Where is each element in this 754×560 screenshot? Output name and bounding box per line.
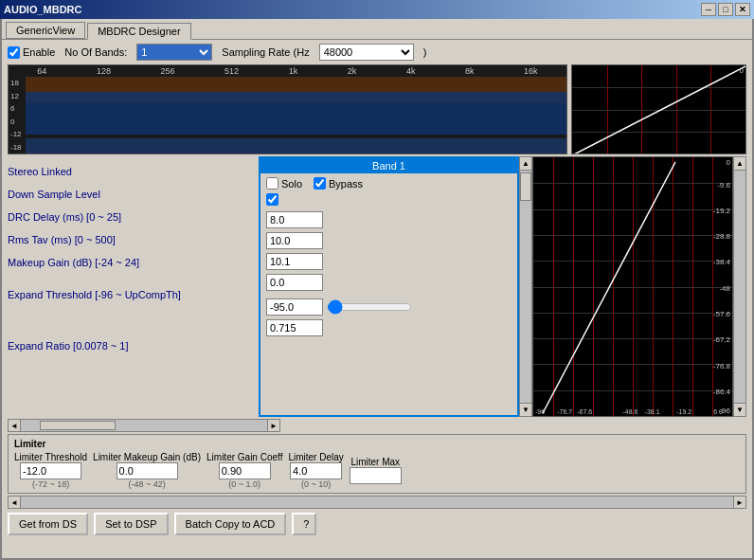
right-chart-small: 0 <box>571 64 746 154</box>
expand-threshold-input[interactable]: -95.0 <box>266 298 323 316</box>
chart-v-scrollbar[interactable]: ▲ ▼ <box>733 156 746 417</box>
down-sample-row: 8.0 <box>266 211 512 228</box>
drc-delay-label: DRC Delay (ms) [0 ~ 25] <box>8 211 121 223</box>
limiter-threshold-group: Limiter Threshold (-72 ~ 18) <box>14 452 87 489</box>
spectrum-viz <box>26 77 566 154</box>
chart-y-67: -67.2 <box>713 335 730 344</box>
rms-tav-row: 10.1 <box>266 253 512 270</box>
h-scroll-track <box>21 419 267 432</box>
close-button[interactable]: ✕ <box>735 3 750 16</box>
expand-threshold-label: Expand Threshold [-96 ~ UpCompTh] <box>8 289 181 300</box>
left-labels-panel: Stereo Linked Down Sample Level DRC Dela… <box>8 156 259 417</box>
down-sample-label-row: Down Sample Level <box>8 183 259 206</box>
limiter-makeup-input[interactable] <box>117 462 178 479</box>
enable-checkbox-label[interactable]: Enable <box>8 46 55 59</box>
chart-y-48: -48 <box>719 284 730 293</box>
solo-label[interactable]: Solo <box>266 177 302 190</box>
output-label: Output <box>731 274 733 299</box>
bottom-h-scroll-track <box>21 496 733 509</box>
tab-mbdrc-designer[interactable]: MBDRC Designer <box>87 23 190 40</box>
rms-tav-input[interactable]: 10.1 <box>266 253 323 270</box>
h-scroll-right-btn[interactable]: ► <box>267 419 280 432</box>
spacer1 <box>8 274 259 283</box>
chart-y-19: -19.2 <box>713 207 730 215</box>
transfer-chart: 0 -9.6 -19.2 -28.8 -38.4 -48 -57.6 -67.2… <box>532 156 733 417</box>
makeup-gain-input[interactable]: 0.0 <box>266 274 323 291</box>
band-panel-v-scrollbar[interactable]: ▲ ▼ <box>519 156 532 417</box>
tab-bar: GenericView MBDRC Designer <box>2 19 752 39</box>
spectrum-band-light-blue <box>26 138 566 154</box>
solo-text: Solo <box>281 178 302 190</box>
expand-threshold-row: -95.0 <box>266 298 512 316</box>
drc-delay-row: 10.0 <box>266 232 512 249</box>
limiter-makeup-range: (-48 ~ 42) <box>128 479 165 489</box>
bottom-h-scroll-right[interactable]: ► <box>733 496 746 509</box>
chart-v-up-btn[interactable]: ▲ <box>734 157 745 171</box>
limiter-gain-coeff-label: Limiter Gain Coeff <box>206 452 282 462</box>
help-button[interactable]: ? <box>292 513 316 535</box>
expand-threshold-label-row: Expand Threshold [-96 ~ UpCompTh] <box>8 283 259 306</box>
title-buttons: ─ □ ✕ <box>701 3 750 16</box>
h-scroll-thumb[interactable] <box>40 421 116 430</box>
transfer-line <box>533 157 732 416</box>
chart-v-down-btn[interactable]: ▼ <box>734 403 745 416</box>
chart-y-0: 0 <box>727 158 730 167</box>
expand-threshold-slider[interactable] <box>327 299 412 315</box>
limiter-delay-range: (0 ~ 10) <box>301 479 331 489</box>
makeup-gain-label-row: Makeup Gain (dB) [-24 ~ 24] <box>8 251 259 274</box>
chart-v-track <box>734 171 745 403</box>
bypass-text: Bypass <box>329 178 363 190</box>
limiter-threshold-input[interactable] <box>20 462 81 479</box>
expand-ratio-row: 0.715 <box>266 319 512 336</box>
makeup-gain-row: 0.0 <box>266 274 512 291</box>
stereo-linked-row <box>266 193 512 208</box>
middle-section: Stereo Linked Down Sample Level DRC Dela… <box>8 156 746 417</box>
maximize-button[interactable]: □ <box>718 3 733 16</box>
bypass-checkbox[interactable] <box>314 177 326 190</box>
sampling-rate-dropdown[interactable]: 48000 <box>319 44 414 61</box>
limiter-delay-input[interactable] <box>290 462 342 479</box>
solo-bypass-row: Solo Bypass <box>266 177 512 190</box>
bottom-h-scroll-left[interactable]: ◄ <box>8 496 21 509</box>
expand-ratio-label-row: Expand Ratio [0.0078 ~ 1] <box>8 334 259 357</box>
chart-y-28: -28.8 <box>713 232 730 241</box>
drc-delay-input[interactable]: 10.0 <box>266 232 323 249</box>
limiter-controls: Limiter Threshold (-72 ~ 18) Limiter Mak… <box>14 452 740 489</box>
chart-y-86: -86.4 <box>713 388 730 396</box>
stereo-linked-checkbox[interactable] <box>266 193 278 206</box>
bypass-label[interactable]: Bypass <box>314 177 363 190</box>
get-from-ds-button[interactable]: Get from DS <box>8 513 88 535</box>
makeup-gain-label: Makeup Gain (dB) [-24 ~ 24] <box>8 257 139 268</box>
enable-checkbox[interactable] <box>8 46 20 59</box>
bands-dropdown[interactable]: 1 <box>136 44 212 61</box>
limiter-delay-group: Limiter Delay (0 ~ 10) <box>288 452 343 489</box>
chart-y-76: -76.8 <box>713 362 730 370</box>
spacer2 <box>8 306 259 334</box>
bottom-h-scrollbar-row: ◄ ► <box>8 496 746 509</box>
tab-generic-view[interactable]: GenericView <box>6 22 85 39</box>
limiter-max-input[interactable] <box>350 467 402 484</box>
solo-checkbox[interactable] <box>266 177 278 190</box>
batch-copy-button[interactable]: Batch Copy to ACD <box>174 513 287 535</box>
limiter-section: Limiter Limiter Threshold (-72 ~ 18) Lim… <box>8 434 746 494</box>
h-scroll-left-btn[interactable]: ◄ <box>8 419 21 432</box>
band-panel-title: Band 1 <box>260 158 517 173</box>
v-scroll-down-btn[interactable]: ▼ <box>520 403 531 416</box>
expand-ratio-input[interactable]: 0.715 <box>266 319 323 336</box>
set-to-dsp-button[interactable]: Set to DSP <box>94 513 168 535</box>
v-scroll-up-btn[interactable]: ▲ <box>520 157 531 171</box>
content-area: Enable No Of Bands: 1 Sampling Rate (Hz … <box>2 39 752 539</box>
chart-x-19: -19.2 <box>676 408 691 415</box>
chart-x-48: -48.6 <box>623 408 638 415</box>
v-scroll-thumb[interactable] <box>520 172 531 201</box>
band-panel-content: Solo Bypass 8.0 <box>260 173 517 344</box>
limiter-gain-coeff-input[interactable] <box>219 462 271 479</box>
minimize-button[interactable]: ─ <box>701 3 716 16</box>
level-labels: 18 12 6 0 -12 -18 <box>9 77 24 154</box>
h-scrollbar-row: ◄ ► <box>8 419 746 432</box>
sampling-rate-label: Sampling Rate (Hz <box>222 46 309 58</box>
chart-line-small <box>572 65 745 154</box>
spectrum-band-blue <box>26 92 566 135</box>
down-sample-input[interactable]: 8.0 <box>266 211 323 228</box>
bottom-buttons: Get from DS Set to DSP Batch Copy to ACD… <box>8 513 746 535</box>
